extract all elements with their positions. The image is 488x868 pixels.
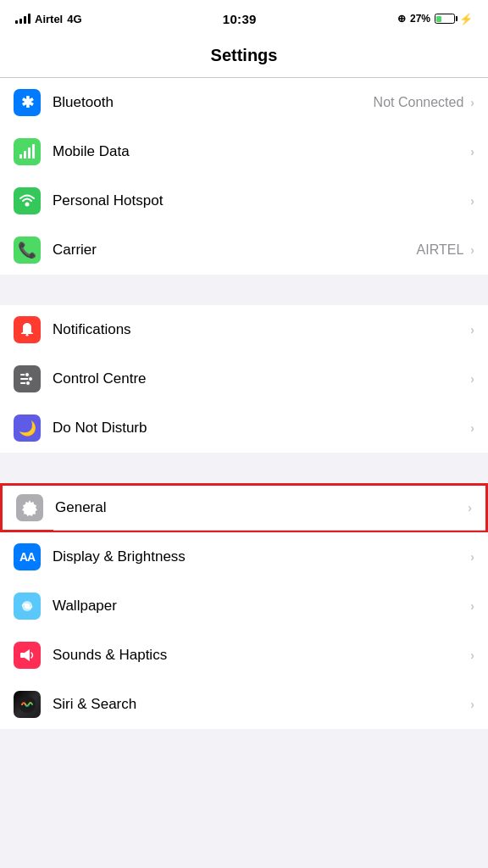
signal-icon — [15, 14, 30, 24]
chevron-icon: › — [470, 194, 474, 208]
do-not-disturb-icon: 🌙 — [14, 415, 41, 442]
svg-rect-0 — [19, 154, 22, 159]
settings-row-sounds-haptics[interactable]: Sounds & Haptics › — [0, 631, 488, 680]
gear-svg — [20, 498, 39, 517]
svg-rect-8 — [20, 382, 26, 384]
chevron-icon: › — [470, 599, 474, 613]
bluetooth-label: Bluetooth — [53, 94, 374, 111]
battery-icon — [435, 14, 455, 24]
svg-rect-2 — [28, 147, 30, 159]
settings-row-personal-hotspot[interactable]: Personal Hotspot › — [0, 176, 488, 225]
control-centre-icon — [14, 365, 41, 392]
settings-row-bluetooth[interactable]: ✱ Bluetooth Not Connected › — [0, 78, 488, 127]
siri-svg — [18, 695, 36, 714]
general-label: General — [55, 499, 466, 516]
carrier-value: AIRTEL — [417, 242, 464, 258]
chevron-icon: › — [470, 323, 474, 337]
status-bar: Airtel 4G 10:39 ⊕ 27% ⚡ — [0, 0, 488, 37]
display-brightness-icon: AA — [14, 543, 41, 570]
settings-row-display-brightness[interactable]: AA Display & Brightness › — [0, 532, 488, 581]
settings-row-siri-search[interactable]: Siri & Search › — [0, 680, 488, 729]
section-device: General › AA Display & Brightness › Wall… — [0, 483, 488, 729]
mobile-data-icon — [14, 138, 41, 165]
bluetooth-icon: ✱ — [14, 89, 41, 116]
notifications-icon — [14, 316, 41, 343]
chevron-icon: › — [470, 550, 474, 564]
settings-row-mobile-data[interactable]: Mobile Data › — [0, 127, 488, 176]
svg-point-11 — [26, 381, 30, 386]
location-icon: ⊕ — [397, 13, 406, 25]
hotspot-icon — [14, 187, 41, 214]
svg-rect-15 — [20, 653, 25, 658]
siri-icon — [14, 691, 41, 718]
chevron-icon: › — [470, 372, 474, 386]
bell-svg — [19, 321, 36, 338]
svg-point-10 — [29, 377, 33, 381]
chevron-icon: › — [468, 501, 472, 515]
section-connectivity: ✱ Bluetooth Not Connected › Mobile Data … — [0, 78, 488, 275]
chevron-icon: › — [470, 243, 474, 257]
status-left: Airtel 4G — [15, 13, 82, 25]
settings-row-general[interactable]: General › — [0, 483, 488, 532]
svg-rect-1 — [24, 151, 26, 159]
network-label: 4G — [67, 13, 81, 25]
wallpaper-label: Wallpaper — [53, 598, 469, 615]
svg-rect-7 — [20, 378, 29, 380]
time-label: 10:39 — [223, 12, 257, 26]
charging-icon: ⚡ — [459, 13, 473, 25]
siri-search-label: Siri & Search — [53, 696, 469, 713]
svg-point-9 — [25, 373, 30, 377]
battery-percent-label: 27% — [410, 13, 430, 25]
svg-point-4 — [25, 203, 30, 207]
page-title: Settings — [0, 46, 488, 65]
settings-row-wallpaper[interactable]: Wallpaper › — [0, 581, 488, 631]
svg-rect-5 — [26, 334, 29, 337]
section-system: Notifications › Control Centre › 🌙 Do No… — [0, 305, 488, 453]
wallpaper-svg — [19, 598, 36, 615]
settings-row-do-not-disturb[interactable]: 🌙 Do Not Disturb › — [0, 403, 488, 453]
carrier-label: Airtel — [35, 13, 63, 25]
chevron-icon: › — [470, 145, 474, 159]
section-separator-1 — [0, 275, 488, 305]
signal-svg — [19, 143, 36, 160]
mobile-data-label: Mobile Data — [53, 143, 469, 160]
wallpaper-icon — [14, 593, 41, 620]
notifications-label: Notifications — [53, 321, 469, 338]
do-not-disturb-label: Do Not Disturb — [53, 420, 469, 437]
control-centre-label: Control Centre — [53, 370, 469, 387]
carrier-icon: 📞 — [14, 236, 41, 264]
settings-row-carrier[interactable]: 📞 Carrier AIRTEL › — [0, 225, 488, 275]
chevron-icon: › — [470, 698, 474, 711]
status-right: ⊕ 27% ⚡ — [397, 13, 473, 25]
sliders-svg — [19, 370, 36, 387]
sounds-haptics-label: Sounds & Haptics — [53, 647, 469, 664]
chevron-icon: › — [470, 421, 474, 435]
personal-hotspot-label: Personal Hotspot — [53, 192, 469, 209]
settings-row-control-centre[interactable]: Control Centre › — [0, 354, 488, 403]
speaker-svg — [19, 647, 36, 664]
chevron-icon: › — [470, 96, 474, 109]
sounds-haptics-icon — [14, 642, 41, 669]
navigation-bar: Settings — [0, 37, 488, 78]
hotspot-svg — [18, 192, 36, 210]
display-brightness-label: Display & Brightness — [53, 548, 469, 565]
section-separator-2 — [0, 453, 488, 483]
settings-row-notifications[interactable]: Notifications › — [0, 305, 488, 354]
carrier-label: Carrier — [53, 242, 417, 259]
chevron-icon: › — [470, 648, 474, 662]
bluetooth-value: Not Connected — [374, 95, 464, 110]
general-icon — [16, 494, 43, 521]
svg-rect-3 — [32, 144, 35, 159]
